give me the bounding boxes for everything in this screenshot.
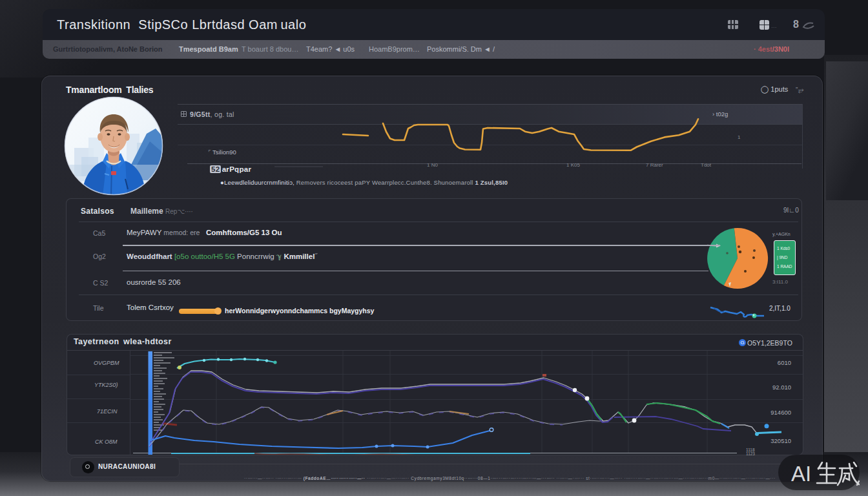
svg-text:AI: AI bbox=[791, 462, 811, 486]
